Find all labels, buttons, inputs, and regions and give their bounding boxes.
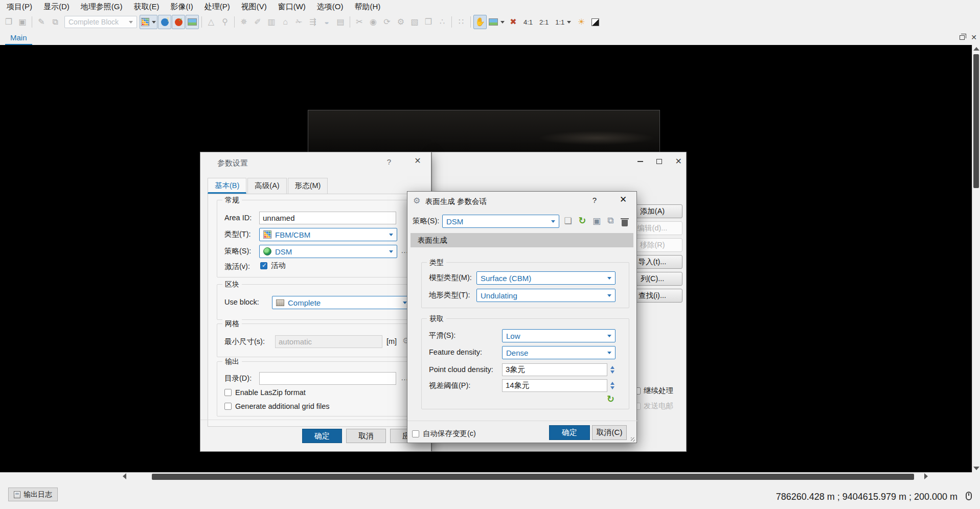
menu-help[interactable]: 帮助(H) [349, 0, 386, 13]
use-block-combobox[interactable]: Complete [272, 296, 411, 309]
contrast-icon[interactable] [588, 15, 602, 29]
zoom-extents-icon[interactable]: ✖ [507, 15, 520, 29]
autosave-label: 自动保存变更(c) [423, 429, 476, 438]
gears-icon: ⚙ [413, 196, 420, 205]
stereo-pair-icon: ∷ [454, 15, 468, 29]
tab-morphology[interactable]: 形态(M) [288, 178, 328, 194]
new-strategy-icon[interactable]: ❏ [562, 215, 574, 227]
tab-basic[interactable]: 基本(B) [208, 178, 246, 194]
output-log-label: 输出日志 [24, 490, 52, 499]
spinner-arrows[interactable] [608, 363, 617, 376]
menu-view[interactable]: 视图(V) [236, 0, 272, 13]
group-legend: 区块 [222, 280, 242, 289]
chevron-down-icon [551, 220, 555, 223]
activate-label: 激活(v): [224, 260, 250, 273]
reload-strategy-icon[interactable]: ↻ [577, 215, 588, 227]
ok-button[interactable]: 确定 [549, 425, 590, 440]
zoom-ratio-4-1[interactable]: 4:1 [520, 15, 536, 29]
save-project-icon: ▣ [16, 15, 29, 29]
block-grid-icon[interactable] [140, 15, 157, 29]
smoothing-combobox[interactable]: Low [502, 329, 616, 342]
cancel-button[interactable]: 取消(C) [592, 425, 627, 440]
delete-strategy-icon[interactable] [619, 217, 630, 229]
zoom-ratio-1-1[interactable]: 1:1 [552, 15, 574, 29]
group-legend: 网格 [222, 319, 242, 329]
menu-project[interactable]: 项目(P) [1, 0, 38, 13]
menu-process[interactable]: 处理(P) [199, 0, 236, 13]
horizontal-scroll-thumb[interactable] [152, 474, 914, 480]
chevron-down-icon [607, 335, 611, 337]
cancel-button[interactable]: 取消 [346, 429, 386, 443]
directory-input[interactable] [259, 372, 396, 385]
close-dialog-icon[interactable]: ✕ [412, 157, 423, 165]
ok-button[interactable]: 确定 [302, 429, 342, 443]
chevron-down-icon [152, 21, 156, 24]
parameter-settings-dialog: 参数设置 ? ✕ 基本(B)高级(A)形态(M) 常规 Area ID: 类型(… [200, 152, 431, 452]
spinner-arrows[interactable] [608, 379, 617, 392]
scroll-up-arrow[interactable] [973, 47, 979, 51]
gridfiles-checkbox[interactable] [224, 403, 232, 410]
scroll-left-arrow[interactable] [123, 473, 126, 479]
terrain-type-label: 地形类型(T): [429, 288, 470, 302]
feature-density-label: Feature density: [429, 345, 482, 359]
disparity-threshold-value[interactable]: 14象元 [502, 379, 607, 392]
brush-delete-icon: ✁ [292, 15, 306, 29]
pin-icon: ⚲ [218, 15, 232, 29]
strategy-combobox[interactable]: DSM [259, 245, 397, 258]
disparity-threshold-spinner[interactable]: 14象元 [502, 379, 617, 392]
type-combobox[interactable]: FBM/CBM [259, 228, 397, 241]
block-group: 区块 Use block: Complete [217, 284, 417, 320]
point-cloud-density-value[interactable]: 3象元 [502, 363, 607, 376]
zoom-ratio-2-1[interactable]: 2:1 [536, 15, 552, 29]
strategy-combobox[interactable]: DSM [442, 215, 559, 228]
tab-main[interactable]: Main [5, 32, 32, 45]
terrain-type-combobox[interactable]: Undulating [476, 289, 616, 302]
horizontal-scrollbar[interactable] [0, 472, 972, 480]
surface-generation-dialog: ⚙ 表面生成 参数会话 ? ✕ 策略(S): DSM ❏ ↻ ▣ ⧉ 表面生成 … [407, 191, 637, 443]
toolbar-separator [201, 16, 202, 28]
group-legend: 获取 [427, 314, 446, 323]
close-dialog-icon[interactable]: ✕ [617, 195, 629, 204]
ortho-image-icon[interactable] [186, 15, 199, 29]
smoothing-label: 平滑(S): [429, 329, 455, 342]
help-button[interactable]: ? [589, 196, 600, 204]
model-type-label: 模型类型(M): [429, 271, 472, 284]
autosave-checkbox[interactable] [412, 430, 419, 437]
model-type-combobox[interactable]: Surface (CBM) [476, 271, 616, 285]
scroll-right-arrow[interactable] [924, 473, 928, 479]
menu-georeference[interactable]: 地理参照(G) [75, 0, 128, 13]
vertical-scrollbar[interactable] [972, 45, 980, 472]
points-blue-icon[interactable]: ! [158, 15, 171, 29]
zoom-region-icon[interactable] [487, 15, 506, 29]
type-label: 类型(T): [224, 227, 251, 241]
strategy-label: 策略(S): [413, 214, 439, 227]
laszip-checkbox[interactable] [224, 389, 232, 396]
save-copy-icon[interactable]: ⧉ [605, 215, 616, 227]
point-cloud-density-spinner[interactable]: 3象元 [502, 363, 617, 376]
menu-options[interactable]: 选项(O) [311, 0, 349, 13]
feature-density-combobox[interactable]: Dense [502, 346, 616, 359]
output-log-button[interactable]: 输出日志 [8, 488, 58, 501]
points-check-icon[interactable]: ✓ [172, 15, 185, 29]
columns-icon: ▥ [265, 15, 278, 29]
save-strategy-icon[interactable]: ▣ [591, 215, 602, 227]
close-view-icon[interactable]: ✕ [971, 34, 977, 41]
active-checkbox[interactable] [260, 262, 267, 269]
area-id-label: Area ID: [224, 211, 252, 224]
resize-grip[interactable] [631, 437, 635, 442]
help-button[interactable]: ? [383, 157, 395, 166]
image-swirl-icon: ❒ [422, 15, 435, 29]
scroll-down-arrow[interactable] [973, 467, 979, 470]
menu-display[interactable]: 显示(D) [38, 0, 75, 13]
tab-advanced[interactable]: 高级(A) [247, 178, 286, 194]
menu-acquire[interactable]: 获取(E) [128, 0, 165, 13]
pan-hand-icon[interactable]: ✋ [473, 15, 487, 29]
brightness-icon[interactable]: ☀ [575, 15, 588, 29]
refresh-defaults-icon[interactable]: ↻ [607, 395, 614, 404]
menu-window[interactable]: 窗口(W) [272, 0, 311, 13]
menu-imagery[interactable]: 影像(I) [165, 0, 199, 13]
area-id-input[interactable] [259, 212, 396, 224]
toolbar-separator [470, 16, 471, 28]
restore-view-icon[interactable] [960, 35, 965, 40]
vertical-scroll-thumb[interactable] [973, 54, 979, 188]
